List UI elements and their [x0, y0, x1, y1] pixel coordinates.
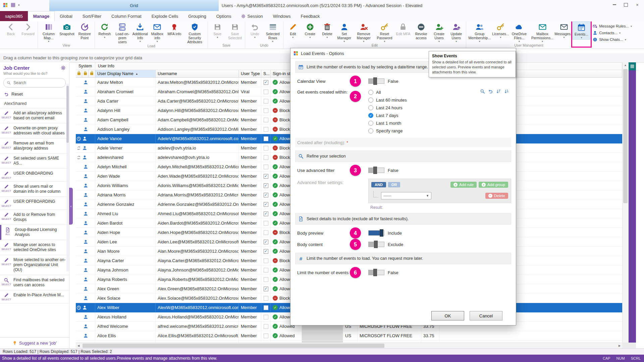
- row-checkbox[interactable]: [264, 277, 268, 282]
- rule-field-select[interactable]: ------▼: [381, 192, 431, 199]
- job-item-overwrite-on-prem-proxy-addresses-with-c[interactable]: SELECTOverwrite on-prem proxy addresses …: [0, 123, 69, 138]
- mailbox-permissions-button[interactable]: Mailbox Permissions...▾: [529, 21, 555, 43]
- row-checkbox[interactable]: ✓: [264, 80, 268, 85]
- restore-point-button[interactable]: Restore Point: [75, 21, 94, 40]
- panel-grid-icon[interactable]: [629, 62, 636, 70]
- delete-rule-button[interactable]: −Delete: [485, 193, 508, 199]
- onedrive-files-button[interactable]: OneDrive Files...▾: [509, 21, 529, 43]
- row-checkbox[interactable]: ✓: [264, 212, 268, 216]
- search-input[interactable]: [13, 80, 66, 85]
- message-rules-button[interactable]: Message Rules...▾: [593, 24, 632, 28]
- body-content-toggle[interactable]: [368, 242, 384, 247]
- row-checkbox[interactable]: [264, 268, 268, 273]
- radio-icon[interactable]: [368, 128, 373, 133]
- save-button[interactable]: Save▾: [209, 21, 226, 39]
- group-membership-button[interactable]: Group Membership...▾: [467, 21, 492, 43]
- row-checkbox[interactable]: [264, 324, 268, 329]
- search-icon[interactable]: [480, 89, 485, 94]
- row-checkbox[interactable]: ✓: [264, 287, 268, 291]
- gear-icon[interactable]: [61, 65, 66, 70]
- row-checkbox[interactable]: ✓: [264, 249, 268, 254]
- cancel-button[interactable]: Cancel: [470, 311, 502, 320]
- mfa-info-button[interactable]: MFA info: [166, 21, 183, 36]
- delete-button[interactable]: Delete▾: [319, 21, 336, 39]
- selected-rows-button[interactable]: Selected Rows▾: [263, 21, 282, 43]
- quickaccess-caret-icon[interactable]: ▾: [18, 3, 20, 7]
- vertical-scrollbar[interactable]: ▲ ▼: [622, 62, 628, 348]
- job-item-add-to-or-remove-from-groups[interactable]: SELECTAdd to or Remove from Groups: [0, 210, 69, 225]
- additional-info-button[interactable]: Additional Info▾: [131, 21, 149, 43]
- show-chats-button[interactable]: Show Chats...▾: [593, 37, 632, 42]
- maximize-button[interactable]: [621, 1, 631, 9]
- scroll-right-icon[interactable]: ▶: [617, 343, 622, 349]
- and-pill[interactable]: AND: [371, 182, 386, 187]
- app-logo-icon[interactable]: [3, 2, 8, 8]
- row-checkbox[interactable]: [264, 146, 268, 150]
- scroll-left-icon[interactable]: ◀: [76, 343, 81, 349]
- contacts-button[interactable]: Contacts...▾: [593, 31, 632, 35]
- job-item-manage-user-access-to-selected-onedrive-[interactable]: SELECTManage user access to selected One…: [0, 240, 69, 255]
- radio-icon[interactable]: [368, 90, 373, 95]
- row-checkbox[interactable]: [264, 230, 268, 235]
- sidebar-scrollbar-thumb[interactable]: [66, 86, 69, 143]
- add-group-button[interactable]: +Add group: [479, 182, 508, 188]
- lock-column-header[interactable]: [82, 70, 89, 77]
- row-checkbox[interactable]: [264, 89, 268, 94]
- snapshot-button[interactable]: Snapshot: [58, 21, 75, 36]
- scroll-up-icon[interactable]: ▲: [623, 62, 628, 68]
- mailbox-info-button[interactable]: Mailbox info▾: [149, 21, 166, 43]
- grid-quickaccess-icon[interactable]: [11, 3, 15, 7]
- context-item[interactable]: AlexShared: [0, 99, 69, 108]
- row-checkbox[interactable]: [264, 108, 268, 113]
- add-rule-button[interactable]: +Add rule: [450, 182, 477, 188]
- right-side-panel[interactable]: [629, 70, 636, 348]
- row-checkbox[interactable]: ✓: [264, 193, 268, 197]
- limit-events-toggle[interactable]: [368, 270, 384, 275]
- job-item-user-onboarding[interactable]: SELECTUSER ONBOARDING: [0, 169, 69, 182]
- create-button[interactable]: Create▾: [302, 21, 319, 39]
- load-on-prem-users-button[interactable]: Load on-prem users: [113, 21, 131, 44]
- radio-option-specify-range[interactable]: Specify range: [368, 127, 407, 134]
- create-users-button[interactable]: Create Users▾: [431, 21, 448, 43]
- column-header-username[interactable]: Username: [156, 70, 239, 77]
- body-preview-toggle[interactable]: [368, 230, 384, 236]
- job-item-show-all-users-mail-or-domain-info-in-on[interactable]: SELECTShow all users mail or domain info…: [0, 182, 69, 197]
- remove-manager-button[interactable]: Remove Manager▾: [353, 21, 375, 43]
- row-checkbox[interactable]: [264, 99, 268, 104]
- tab-grouping[interactable]: Grouping: [183, 11, 211, 21]
- close-button[interactable]: ×: [632, 1, 643, 9]
- tab-feedback[interactable]: Feedback: [296, 11, 325, 21]
- minimize-button[interactable]: [609, 1, 620, 9]
- sort-descending-icon[interactable]: [504, 89, 509, 94]
- job-item-move-selected-to-another-on-prem-organiz[interactable]: SELECTMove selected to another on-prem O…: [0, 255, 69, 275]
- row-checkbox[interactable]: [264, 296, 268, 301]
- set-manager-button[interactable]: Set Manager▾: [336, 21, 353, 43]
- row-checkbox[interactable]: ✓: [264, 240, 268, 244]
- table-row[interactable]: Alice EllisAlice.Ellis@M365x85832012.OnM…: [76, 331, 622, 341]
- radio-icon[interactable]: [368, 105, 373, 110]
- row-checkbox[interactable]: ✓: [264, 174, 268, 179]
- calendar-view-toggle[interactable]: [368, 78, 384, 84]
- tab-sapio365[interactable]: sapio365: [0, 11, 28, 21]
- tab-explode-cells[interactable]: Explode Cells: [147, 11, 183, 21]
- licenses-button[interactable]: Licenses...▾: [492, 21, 509, 39]
- radio-option-last-1-month[interactable]: Last 1 month: [368, 120, 407, 127]
- row-checkbox[interactable]: ✓: [264, 202, 268, 207]
- back-button[interactable]: Back: [2, 21, 19, 36]
- radio-option-all[interactable]: All: [368, 89, 407, 96]
- job-search[interactable]: [3, 78, 66, 87]
- job-item-enable-in-place-archive-m[interactable]: SELECTEnable In-Place Archive M...: [0, 290, 69, 303]
- job-item-user-offboarding[interactable]: SELECTUSER OFFBOARDING: [0, 197, 69, 210]
- row-checkbox[interactable]: [264, 127, 268, 132]
- revoke-access-button[interactable]: Revoke access: [412, 21, 430, 40]
- ok-button[interactable]: OK: [431, 311, 464, 320]
- custom-security-attributes-button[interactable]: Custom Security Attributes: [183, 21, 206, 44]
- edit-button[interactable]: Edit▾: [284, 21, 302, 39]
- row-checkbox[interactable]: [264, 165, 268, 169]
- edit-mfa-button[interactable]: Edit MFA: [394, 21, 412, 36]
- job-item-add-an-alias-proxy-address-based-on-curr[interactable]: SELECTAdd an alias/proxy address based o…: [0, 108, 69, 123]
- undo-button[interactable]: Undo▾: [246, 21, 263, 39]
- save-selected-button[interactable]: Save Selected: [226, 21, 244, 40]
- row-checkbox[interactable]: [264, 305, 268, 310]
- row-checkbox[interactable]: ✓: [264, 183, 268, 188]
